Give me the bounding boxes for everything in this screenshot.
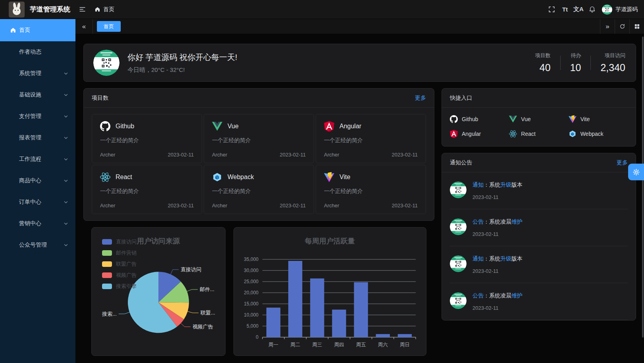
- sidebar-collapse-button[interactable]: [75, 3, 89, 16]
- bar-周三: [310, 278, 324, 337]
- notice-keyword: 通知: [472, 182, 484, 188]
- legend-swatch: [102, 272, 112, 278]
- project-footer: Archer2023-02-11: [212, 152, 306, 158]
- notice-text: 版本: [511, 182, 523, 188]
- x-axis-category-label: 周日: [400, 342, 410, 348]
- projects-more-link[interactable]: 更多: [415, 95, 426, 102]
- font-size-icon: Tt: [562, 6, 568, 13]
- notice-text: ：系统: [484, 182, 500, 188]
- breadcrumb[interactable]: 首页: [94, 6, 114, 13]
- chev-down-icon: [64, 157, 68, 162]
- double-chevron-right-icon: »: [605, 23, 609, 31]
- notice-body: 通知：系统升级版本2023-02-11: [472, 182, 523, 200]
- sidebar-item-label: 作者动态: [19, 48, 41, 56]
- project-card-github[interactable]: Github一个正经的简介Archer2023-02-11: [92, 114, 202, 163]
- chev-down-icon: [64, 243, 68, 247]
- project-description: 一个正经的简介: [212, 137, 306, 144]
- page-content: 你好 芋道源码 祝你开心每一天! 今日晴，20°C - 32°C! 项目数 40…: [75, 34, 644, 363]
- sidebar-item-报表管理[interactable]: 报表管理: [0, 127, 75, 149]
- notices-panel: 通知公告 更多 通知：系统升级版本2023-02-11公告：系统凌晨维护2023…: [442, 153, 636, 321]
- x-axis-category-label: 周五: [356, 342, 366, 348]
- project-description: 一个正经的简介: [100, 137, 194, 144]
- shortcut-vite[interactable]: Vite: [569, 115, 628, 123]
- notification-button[interactable]: [585, 3, 599, 16]
- notice-date: 2023-02-11: [472, 268, 523, 274]
- notice-title[interactable]: 通知：系统升级版本: [472, 255, 523, 262]
- legend-label: 搜索引擎: [116, 283, 137, 290]
- qr-avatar-icon: [450, 182, 467, 198]
- sidebar-item-工作流程[interactable]: 工作流程: [0, 149, 75, 170]
- project-card-angular[interactable]: Angular一个正经的简介Archer2023-02-11: [316, 114, 426, 163]
- tabs-scroll-left-button[interactable]: «: [75, 19, 93, 34]
- project-author: Archer: [324, 203, 339, 209]
- react-icon: [100, 172, 110, 182]
- notice-body: 通知：系统升级版本2023-02-11: [472, 255, 523, 274]
- sidebar-item-首页[interactable]: 首页: [0, 19, 75, 41]
- username: 芋道源码: [615, 6, 638, 13]
- qr-avatar-icon: [450, 218, 467, 235]
- project-date: 2023-02-11: [391, 203, 418, 209]
- page-scrollbar[interactable]: [642, 37, 644, 338]
- project-date: 2023-02-11: [168, 152, 194, 158]
- projects-grid: Github一个正经的简介Archer2023-02-11Vue一个正经的简介A…: [84, 108, 434, 220]
- refresh-tab-button[interactable]: [615, 19, 629, 34]
- notice-date: 2023-02-11: [472, 231, 523, 237]
- tabs-scroll-right-button[interactable]: »: [600, 19, 615, 34]
- shortcut-github[interactable]: Github: [450, 115, 509, 123]
- shortcut-angular[interactable]: Angular: [450, 130, 509, 138]
- notice-keyword: 升级: [500, 255, 511, 262]
- pie-label-line: [181, 323, 191, 327]
- shortcut-vue[interactable]: Vue: [509, 115, 568, 123]
- legend-item-视频广告[interactable]: 视频广告: [102, 272, 137, 279]
- fullscreen-button[interactable]: [545, 3, 558, 16]
- tab-options-button[interactable]: [629, 19, 644, 34]
- notice-date: 2023-02-11: [472, 305, 523, 311]
- shortcuts-title: 快捷入口: [450, 95, 472, 102]
- project-name: Angular: [339, 123, 361, 130]
- notices-list: 通知：系统升级版本2023-02-11公告：系统凌晨维护2023-02-11通知…: [442, 172, 636, 320]
- chev-down-icon: [64, 135, 68, 140]
- notice-item: 公告：系统凌晨维护2023-02-11: [450, 283, 628, 320]
- notice-title[interactable]: 公告：系统凌晨维护: [472, 218, 523, 225]
- bar-周二: [288, 261, 302, 337]
- sidebar-item-商品中心[interactable]: 商品中心: [0, 170, 75, 191]
- project-card-vue[interactable]: Vue一个正经的简介Archer2023-02-11: [204, 114, 314, 163]
- font-size-button[interactable]: Tt: [558, 3, 572, 16]
- user-menu[interactable]: 芋道源码: [602, 4, 638, 15]
- notice-title[interactable]: 公告：系统凌晨维护: [472, 292, 523, 299]
- sidebar-item-营销中心[interactable]: 营销中心: [0, 213, 75, 234]
- charts-row: 用户访问来源 直接访问邮件营销联盟广告视频广告搜索引擎 直接访问邮件...联盟.…: [83, 227, 434, 356]
- sidebar-item-基础设施[interactable]: 基础设施: [0, 84, 75, 106]
- project-date: 2023-02-11: [168, 203, 194, 209]
- notice-title[interactable]: 通知：系统升级版本: [472, 182, 523, 188]
- sidebar-item-公众号管理[interactable]: 公众号管理: [0, 234, 75, 256]
- legend-item-邮件营销[interactable]: 邮件营销: [102, 249, 137, 257]
- project-card-react[interactable]: React一个正经的简介Archer2023-02-11: [92, 165, 202, 214]
- project-name: Webpack: [228, 174, 254, 181]
- legend-item-搜索引擎[interactable]: 搜索引擎: [102, 283, 137, 290]
- shortcut-webpack[interactable]: Webpack: [569, 130, 628, 138]
- theme-settings-button[interactable]: [628, 164, 644, 180]
- bar-周五: [354, 282, 368, 337]
- notices-more-link[interactable]: 更多: [617, 159, 628, 166]
- sidebar-item-支付管理[interactable]: 支付管理: [0, 106, 75, 127]
- legend-item-直接访问[interactable]: 直接访问: [102, 238, 137, 245]
- app-title: 芋道管理系统: [30, 5, 70, 14]
- project-name: Github: [116, 123, 134, 130]
- sidebar-item-订单中心[interactable]: 订单中心: [0, 191, 75, 213]
- shortcut-react[interactable]: React: [509, 130, 568, 138]
- project-date: 2023-02-11: [391, 152, 418, 158]
- sidebar-item-作者动态[interactable]: 作者动态: [0, 41, 75, 63]
- logo-area[interactable]: 芋道管理系统: [0, 2, 75, 17]
- sidebar-item-系统管理[interactable]: 系统管理: [0, 63, 75, 84]
- grid-icon: [634, 23, 640, 29]
- project-card-header: Webpack: [212, 172, 306, 182]
- tab-home[interactable]: 首页: [97, 21, 121, 32]
- language-button[interactable]: 文A: [572, 3, 585, 16]
- y-axis-tick-label: 15,000: [244, 301, 258, 307]
- project-description: 一个正经的简介: [100, 188, 194, 195]
- left-column: 项目数 更多 Github一个正经的简介Archer2023-02-11Vue一…: [83, 88, 434, 356]
- project-card-webpack[interactable]: Webpack一个正经的简介Archer2023-02-11: [204, 165, 314, 214]
- project-card-vite[interactable]: Vite一个正经的简介Archer2023-02-11: [316, 165, 426, 214]
- legend-item-联盟广告[interactable]: 联盟广告: [102, 261, 137, 268]
